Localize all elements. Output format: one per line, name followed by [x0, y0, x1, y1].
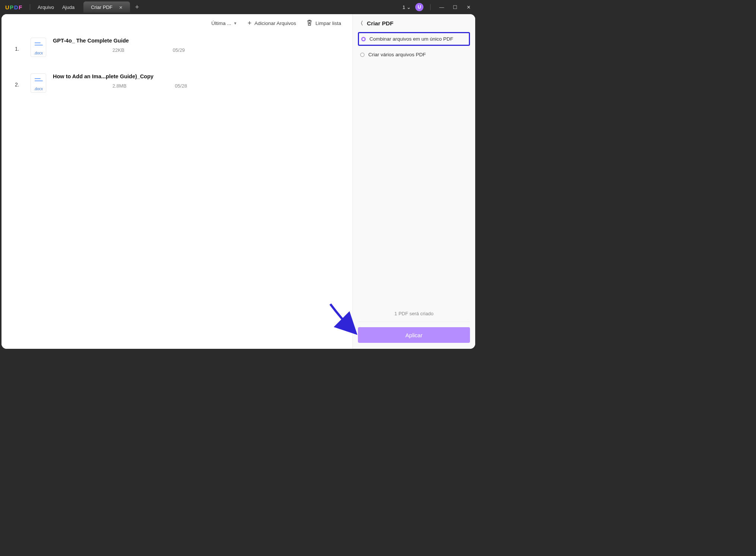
divider [358, 322, 470, 322]
file-meta: GPT-4o_ The Complete Guide 22KB 05/29 [53, 38, 341, 53]
apply-button[interactable]: Aplicar [358, 327, 470, 343]
menu-help[interactable]: Ajuda [62, 4, 74, 10]
close-icon[interactable]: × [119, 4, 123, 10]
file-size: 2.8MB [53, 83, 127, 89]
radio-icon [360, 53, 365, 57]
sort-label: Última ... [211, 20, 231, 26]
file-date: 05/28 [175, 83, 187, 89]
clear-list-button[interactable]: Limpar lista [306, 19, 341, 27]
list-item[interactable]: 1. .docx GPT-4o_ The Complete Guide 22KB… [15, 32, 341, 68]
tab-create-pdf[interactable]: Criar PDF × [83, 1, 130, 13]
account-count: 1 [403, 4, 405, 10]
add-files-label: Adicionar Arquivos [254, 20, 296, 26]
tab-strip: Criar PDF × + [83, 1, 144, 13]
list-toolbar: Última ... ▼ + Adicionar Arquivos Limpar… [1, 19, 352, 27]
back-button[interactable]: 〈 [358, 20, 363, 27]
file-name: GPT-4o_ The Complete Guide [53, 38, 341, 44]
row-index: 2. [15, 73, 24, 88]
close-button[interactable]: ✕ [464, 4, 473, 10]
radio-icon [361, 37, 366, 41]
workspace: Última ... ▼ + Adicionar Arquivos Limpar… [1, 14, 475, 349]
chevron-down-icon: ▼ [234, 21, 237, 25]
option-multiple[interactable]: Criar vários arquivos PDF [358, 49, 470, 60]
maximize-button[interactable]: ☐ [451, 4, 460, 10]
panel-footer: 1 PDF será criado Aplicar [358, 311, 470, 343]
main-menu: Arquivo Ajuda [32, 4, 80, 10]
new-tab-button[interactable]: + [130, 3, 144, 11]
option-label: Combinar arquivos em um único PDF [369, 36, 453, 42]
list-item[interactable]: 2. .docx How to Add an Ima...plete Guide… [15, 68, 341, 104]
main-panel: Última ... ▼ + Adicionar Arquivos Limpar… [1, 14, 352, 349]
options-group: Combinar arquivos em um único PDF Criar … [358, 32, 470, 60]
file-meta: How to Add an Ima...plete Guide)_Copy 2.… [53, 73, 341, 89]
row-index: 1. [15, 38, 24, 52]
clear-list-label: Limpar lista [315, 20, 341, 26]
window-controls-group: 1 ⌄ U — ☐ ✕ [403, 3, 477, 11]
divider [430, 4, 431, 10]
app-logo: U P D F [0, 4, 28, 10]
file-list: 1. .docx GPT-4o_ The Complete Guide 22KB… [1, 27, 352, 104]
panel-title: Criar PDF [367, 20, 394, 27]
docx-icon: .docx [31, 38, 46, 57]
file-size: 22KB [53, 47, 124, 53]
sort-dropdown[interactable]: Última ... ▼ [211, 20, 237, 26]
side-header: 〈 Criar PDF [358, 20, 470, 32]
divider [30, 4, 30, 10]
trash-icon [306, 19, 312, 27]
tab-label: Criar PDF [91, 4, 112, 10]
docx-icon: .docx [31, 73, 46, 93]
account-switcher[interactable]: 1 ⌄ [403, 4, 411, 10]
plus-icon: + [248, 19, 252, 27]
titlebar: U P D F Arquivo Ajuda Criar PDF × + 1 ⌄ … [0, 0, 477, 14]
option-combine[interactable]: Combinar arquivos em um único PDF [358, 32, 470, 46]
file-name: How to Add an Ima...plete Guide)_Copy [53, 73, 341, 79]
option-label: Criar vários arquivos PDF [368, 52, 426, 57]
minimize-button[interactable]: — [437, 4, 446, 10]
status-text: 1 PDF será criado [394, 311, 433, 316]
menu-file[interactable]: Arquivo [38, 4, 54, 10]
file-date: 05/29 [173, 47, 185, 53]
avatar[interactable]: U [415, 3, 423, 11]
chevron-down-icon: ⌄ [407, 4, 411, 10]
side-panel: 〈 Criar PDF Combinar arquivos em um únic… [352, 14, 475, 349]
add-files-button[interactable]: + Adicionar Arquivos [248, 19, 296, 27]
